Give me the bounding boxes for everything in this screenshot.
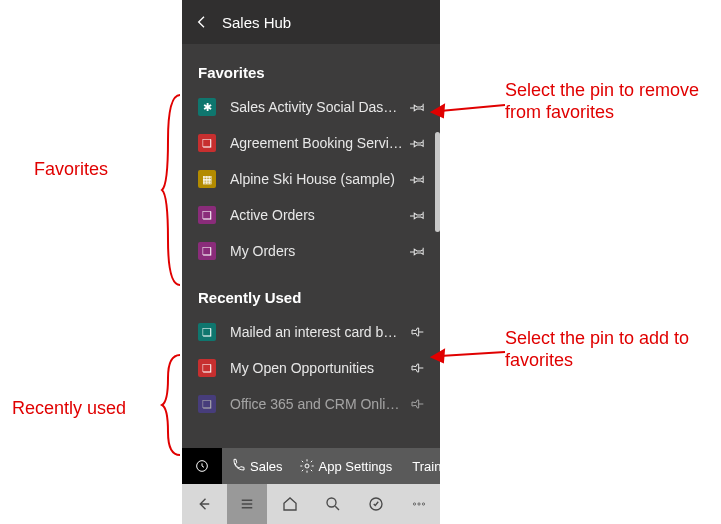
recent-area-button[interactable] (182, 448, 222, 484)
svg-point-1 (305, 464, 309, 468)
item-label: Office 365 and CRM Online... (230, 396, 404, 412)
menu-icon (238, 495, 256, 513)
nav-back[interactable] (184, 484, 224, 524)
pin-button[interactable] (404, 324, 432, 340)
unpin-button[interactable] (404, 207, 432, 223)
record-icon: ❏ (198, 395, 216, 413)
phone-icon (230, 458, 246, 474)
favorite-item[interactable]: ❏ My Orders (182, 233, 440, 269)
annotation-recent: Recently used (12, 398, 126, 420)
sales-area-button[interactable]: Sales (222, 458, 291, 474)
nav-search[interactable] (313, 484, 353, 524)
browser-bar (182, 484, 440, 524)
annotation-pin-remove: Select the pin to remove from favorites (505, 80, 715, 123)
favorite-item[interactable]: ✱ Sales Activity Social Dashbo... (182, 89, 440, 125)
arrow-left-icon (195, 495, 213, 513)
nav-home[interactable] (270, 484, 310, 524)
svg-point-6 (417, 503, 419, 505)
back-button[interactable] (182, 14, 222, 30)
app-settings-button[interactable]: App Settings (291, 458, 401, 474)
favorite-item[interactable]: ❏ Agreement Booking Service ... (182, 125, 440, 161)
area-switcher-bar: Sales App Settings Trainin (182, 448, 440, 484)
nav-more[interactable] (399, 484, 439, 524)
item-label: My Orders (230, 243, 404, 259)
recent-item[interactable]: ❏ Office 365 and CRM Online... (182, 386, 440, 422)
item-label: Mailed an interest card back... (230, 324, 404, 340)
pin-outline-icon (410, 324, 426, 340)
header-bar: Sales Hub (182, 0, 440, 44)
history-icon (194, 458, 210, 474)
unpin-button[interactable] (404, 171, 432, 187)
task-icon (367, 495, 385, 513)
nav-task[interactable] (356, 484, 396, 524)
area-label: Trainin (412, 459, 440, 474)
unpin-button[interactable] (404, 99, 432, 115)
area-label: Sales (250, 459, 283, 474)
recent-item[interactable]: ❏ Mailed an interest card back... (182, 314, 440, 350)
gear-icon (299, 458, 315, 474)
svg-point-3 (327, 498, 336, 507)
item-label: Active Orders (230, 207, 404, 223)
area-label: App Settings (319, 459, 393, 474)
pin-outline-icon (410, 396, 426, 412)
pin-outline-icon (410, 360, 426, 376)
arrow-icon (430, 340, 510, 370)
pin-filled-icon (410, 99, 426, 115)
pin-filled-icon (410, 243, 426, 259)
orders-icon: ❏ (198, 242, 216, 260)
item-label: My Open Opportunities (230, 360, 404, 376)
phone-panel: Sales Hub Favorites ✱ Sales Activity Soc… (182, 0, 440, 524)
pin-filled-icon (410, 135, 426, 151)
pin-button[interactable] (404, 360, 432, 376)
svg-point-7 (422, 503, 424, 505)
item-label: Sales Activity Social Dashbo... (230, 99, 404, 115)
chevron-left-icon (194, 14, 210, 30)
pin-button[interactable] (404, 396, 432, 412)
annotation-pin-add: Select the pin to add to favorites (505, 328, 705, 371)
nav-menu[interactable] (227, 484, 267, 524)
item-label: Agreement Booking Service ... (230, 135, 404, 151)
service-icon: ❏ (198, 134, 216, 152)
favorite-item[interactable]: ❏ Active Orders (182, 197, 440, 233)
training-button[interactable]: Trainin (400, 458, 440, 474)
favorites-header: Favorites (182, 44, 440, 89)
brace-icon (160, 90, 186, 290)
unpin-button[interactable] (404, 135, 432, 151)
unpin-button[interactable] (404, 243, 432, 259)
content-area: Favorites ✱ Sales Activity Social Dashbo… (182, 44, 440, 448)
card-icon: ❏ (198, 323, 216, 341)
item-label: Alpine Ski House (sample) (230, 171, 404, 187)
pin-filled-icon (410, 171, 426, 187)
recent-item[interactable]: ❏ My Open Opportunities (182, 350, 440, 386)
more-icon (410, 495, 428, 513)
annotation-favorites: Favorites (34, 159, 108, 181)
recent-header: Recently Used (182, 269, 440, 314)
scrollbar[interactable] (435, 132, 440, 232)
arrow-icon (430, 95, 510, 125)
dashboard-icon: ✱ (198, 98, 216, 116)
brace-icon (160, 350, 186, 460)
orders-icon: ❏ (198, 206, 216, 224)
pin-filled-icon (410, 207, 426, 223)
search-icon (324, 495, 342, 513)
opportunity-icon: ❏ (198, 359, 216, 377)
home-icon (281, 495, 299, 513)
page-title: Sales Hub (222, 14, 291, 31)
svg-point-5 (413, 503, 415, 505)
account-icon: ▦ (198, 170, 216, 188)
favorite-item[interactable]: ▦ Alpine Ski House (sample) (182, 161, 440, 197)
